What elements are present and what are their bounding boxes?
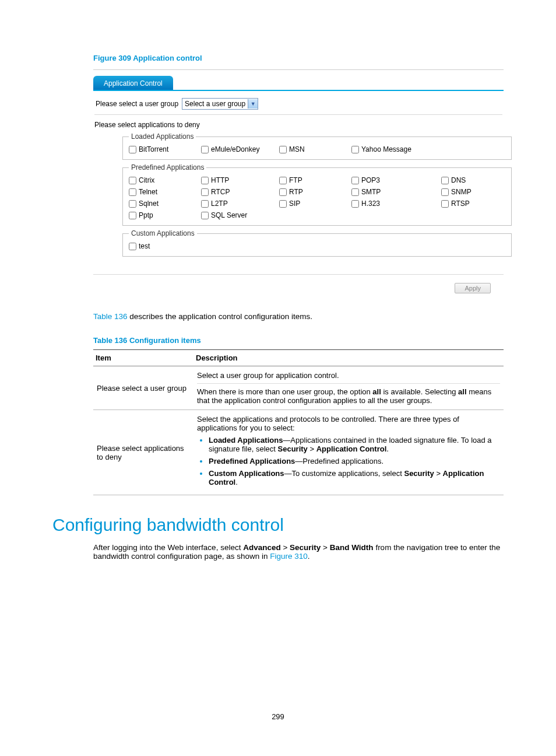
list-item: Loaded Applications—Applications contain… [209, 436, 500, 453]
row2-desc: Select the applications and protocols to… [193, 410, 504, 495]
row1-item: Please select a user group [93, 366, 193, 410]
th-description: Description [193, 350, 504, 366]
apply-button[interactable]: Apply [455, 283, 491, 293]
chk-bittorrent[interactable]: BitTorrent [129, 145, 199, 153]
user-group-label: Please select a user group [96, 100, 178, 108]
th-item: Item [93, 350, 193, 366]
section-body: After logging into the Web interface, se… [93, 543, 504, 561]
chk-rtp[interactable]: RTP [279, 188, 349, 196]
page-number: 299 [0, 712, 556, 721]
user-group-dropdown[interactable]: Select a user group ▼ [182, 98, 258, 110]
chk-emule[interactable]: eMule/eDonkey [201, 145, 277, 153]
chk-pptp[interactable]: Pptp [129, 211, 199, 219]
row1-desc: Select a user group for application cont… [193, 366, 504, 410]
user-group-row: Please select a user group Select a user… [93, 96, 504, 114]
table-row: Please select a user group Select a user… [93, 366, 504, 410]
chk-citrix[interactable]: Citrix [129, 176, 199, 184]
chk-test[interactable]: test [129, 242, 199, 250]
loaded-applications-fieldset: Loaded Applications BitTorrent eMule/eDo… [122, 132, 512, 160]
figure-310-link[interactable]: Figure 310 [270, 552, 308, 561]
table-row: Please select applications to deny Selec… [93, 410, 504, 495]
list-item: Predefined Applications—Predefined appli… [209, 457, 500, 466]
chk-rtcp[interactable]: RTCP [201, 188, 277, 196]
configuration-items-table: Item Description Please select a user gr… [93, 349, 504, 495]
list-item: Custom Applications—To customize applica… [209, 469, 500, 487]
chk-smtp[interactable]: SMTP [351, 188, 439, 196]
tab-bar: Application Control [93, 70, 504, 91]
chk-h323[interactable]: H.323 [351, 200, 439, 208]
custom-legend: Custom Applications [129, 229, 197, 237]
loaded-legend: Loaded Applications [129, 132, 196, 141]
chk-dns[interactable]: DNS [441, 176, 505, 184]
section-heading: Configuring bandwidth control [52, 515, 504, 535]
predefined-legend: Predefined Applications [129, 163, 206, 172]
row2-item: Please select applications to deny [93, 410, 193, 495]
chk-sqlserver[interactable]: SQL Server [201, 211, 277, 219]
deny-label: Please select applications to deny [94, 121, 504, 129]
intro-text: Table 136 describes the application cont… [93, 312, 504, 321]
tab-application-control[interactable]: Application Control [93, 76, 173, 90]
table-136-link[interactable]: Table 136 [93, 312, 128, 321]
chk-yahoo[interactable]: Yahoo Message [351, 145, 439, 153]
chk-telnet[interactable]: Telnet [129, 188, 199, 196]
chk-snmp[interactable]: SNMP [441, 188, 505, 196]
chk-sip[interactable]: SIP [279, 200, 349, 208]
app-control-screenshot: Application Control Please select a user… [93, 69, 504, 302]
predefined-applications-fieldset: Predefined Applications Citrix HTTP FTP … [122, 163, 512, 226]
chk-sqlnet[interactable]: Sqlnet [129, 200, 199, 208]
chk-msn[interactable]: MSN [279, 145, 349, 153]
custom-applications-fieldset: Custom Applications test [122, 229, 512, 257]
chk-l2tp[interactable]: L2TP [201, 200, 277, 208]
chevron-down-icon: ▼ [248, 99, 258, 108]
row2-bullets: Loaded Applications—Applications contain… [197, 436, 500, 487]
chk-rtsp[interactable]: RTSP [441, 200, 505, 208]
figure-caption: Figure 309 Application control [93, 54, 504, 62]
chk-http[interactable]: HTTP [201, 176, 277, 184]
chk-pop3[interactable]: POP3 [351, 176, 439, 184]
user-group-value: Select a user group [185, 100, 245, 108]
table-caption: Table 136 Configuration items [93, 336, 504, 345]
chk-ftp[interactable]: FTP [279, 176, 349, 184]
divider [94, 114, 502, 115]
